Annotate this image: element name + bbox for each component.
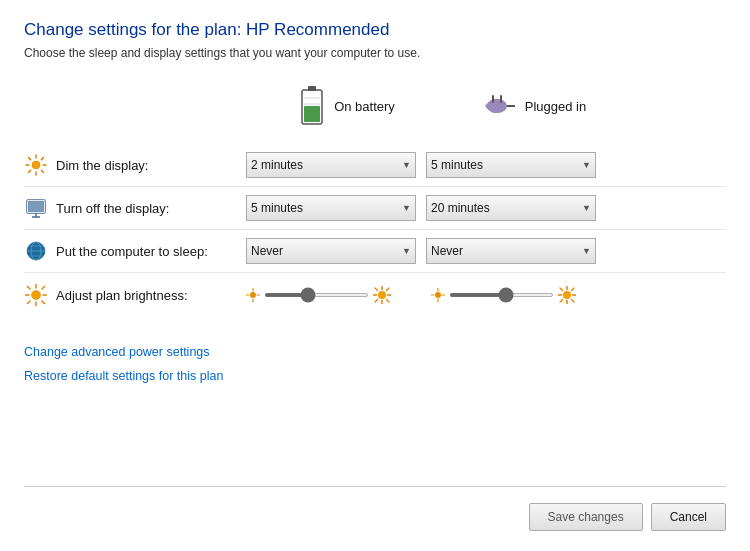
svg-point-42 <box>378 291 386 299</box>
svg-line-64 <box>560 300 563 303</box>
turnoff-battery-select[interactable]: 1 minute 2 minutes 3 minutes 5 minutes 1… <box>246 195 416 221</box>
sleep-battery-select[interactable]: 1 minute 5 minutes 10 minutes 15 minutes… <box>246 238 416 264</box>
restore-defaults-link[interactable]: Restore default settings for this plan <box>24 369 726 383</box>
turnoff-battery-wrapper: 1 minute 2 minutes 3 minutes 5 minutes 1… <box>246 195 416 221</box>
dim-plugged-select[interactable]: 1 minute 2 minutes 3 minutes 5 minutes 1… <box>426 152 596 178</box>
brightness-low-icon-plugged <box>431 288 445 302</box>
svg-line-63 <box>572 288 575 291</box>
save-changes-button[interactable]: Save changes <box>529 503 643 531</box>
plugged-column-header: Plugged in <box>439 92 624 120</box>
dim-display-label: Dim the display: <box>56 158 246 173</box>
svg-line-16 <box>41 158 43 160</box>
plug-icon <box>477 92 517 120</box>
svg-point-9 <box>32 161 40 169</box>
brightness-low-icon-battery <box>246 288 260 302</box>
svg-rect-1 <box>308 86 316 91</box>
brightness-high-icon-plugged <box>558 286 576 304</box>
battery-column-header: On battery <box>254 84 439 128</box>
battery-column-label: On battery <box>334 99 395 114</box>
page-subtitle: Choose the sleep and display settings th… <box>24 46 726 60</box>
svg-point-28 <box>32 291 41 300</box>
svg-rect-20 <box>28 201 44 212</box>
brightness-plugged-control <box>431 286 606 304</box>
svg-line-49 <box>387 288 390 291</box>
page-title: Change settings for the plan: HP Recomme… <box>24 20 726 40</box>
svg-line-48 <box>387 300 390 303</box>
svg-line-14 <box>29 158 31 160</box>
dim-plugged-wrapper: 1 minute 2 minutes 3 minutes 5 minutes 1… <box>426 152 596 178</box>
dim-display-row: Dim the display: 1 minute 2 minutes 3 mi… <box>24 144 726 187</box>
svg-line-47 <box>375 288 378 291</box>
svg-line-61 <box>560 288 563 291</box>
brightness-high-icon-battery <box>373 286 391 304</box>
turnoff-display-row: Turn off the display: 1 minute 2 minutes… <box>24 187 726 230</box>
svg-point-56 <box>563 291 571 299</box>
turnoff-display-icon <box>24 196 48 220</box>
svg-line-17 <box>29 170 31 172</box>
brightness-battery-control <box>246 286 421 304</box>
sleep-plugged-select[interactable]: 1 minute 5 minutes 10 minutes 15 minutes… <box>426 238 596 264</box>
plugged-column-label: Plugged in <box>525 99 586 114</box>
column-headers: On battery Plugged in <box>254 84 726 128</box>
turnoff-plugged-wrapper: 1 minute 2 minutes 3 minutes 5 minutes 1… <box>426 195 596 221</box>
dim-display-icon <box>24 153 48 177</box>
dim-battery-select[interactable]: 1 minute 2 minutes 3 minutes 5 minutes 1… <box>246 152 416 178</box>
dim-battery-wrapper: 1 minute 2 minutes 3 minutes 5 minutes 1… <box>246 152 416 178</box>
sleep-plugged-wrapper: 1 minute 5 minutes 10 minutes 15 minutes… <box>426 238 596 264</box>
brightness-row: Adjust plan brightness: <box>24 273 726 317</box>
turnoff-display-controls: 1 minute 2 minutes 3 minutes 5 minutes 1… <box>246 195 596 221</box>
svg-line-15 <box>41 170 43 172</box>
sleep-controls: 1 minute 5 minutes 10 minutes 15 minutes… <box>246 238 596 264</box>
footer: Save changes Cancel <box>24 486 726 531</box>
svg-line-50 <box>375 300 378 303</box>
sleep-icon <box>24 239 48 263</box>
svg-line-36 <box>28 301 31 304</box>
sleep-row: Put the computer to sleep: 1 minute 5 mi… <box>24 230 726 273</box>
advanced-settings-link[interactable]: Change advanced power settings <box>24 345 726 359</box>
sleep-label: Put the computer to sleep: <box>56 244 246 259</box>
links-section: Change advanced power settings Restore d… <box>24 345 726 383</box>
brightness-battery-slider[interactable] <box>264 293 369 297</box>
sleep-battery-wrapper: 1 minute 5 minutes 10 minutes 15 minutes… <box>246 238 416 264</box>
brightness-icon <box>24 283 48 307</box>
settings-grid: Dim the display: 1 minute 2 minutes 3 mi… <box>24 144 726 317</box>
brightness-label: Adjust plan brightness: <box>56 288 246 303</box>
svg-point-51 <box>435 292 441 298</box>
dim-display-controls: 1 minute 2 minutes 3 minutes 5 minutes 1… <box>246 152 596 178</box>
battery-icon <box>298 84 326 128</box>
cancel-button[interactable]: Cancel <box>651 503 726 531</box>
brightness-plugged-slider[interactable] <box>449 293 554 297</box>
turnoff-plugged-select[interactable]: 1 minute 2 minutes 3 minutes 5 minutes 1… <box>426 195 596 221</box>
svg-line-62 <box>572 300 575 303</box>
svg-line-34 <box>42 301 45 304</box>
turnoff-display-label: Turn off the display: <box>56 201 246 216</box>
svg-point-37 <box>250 292 256 298</box>
svg-rect-2 <box>304 106 320 122</box>
main-container: Change settings for the plan: HP Recomme… <box>0 0 750 551</box>
svg-line-33 <box>28 287 31 290</box>
svg-line-35 <box>42 287 45 290</box>
